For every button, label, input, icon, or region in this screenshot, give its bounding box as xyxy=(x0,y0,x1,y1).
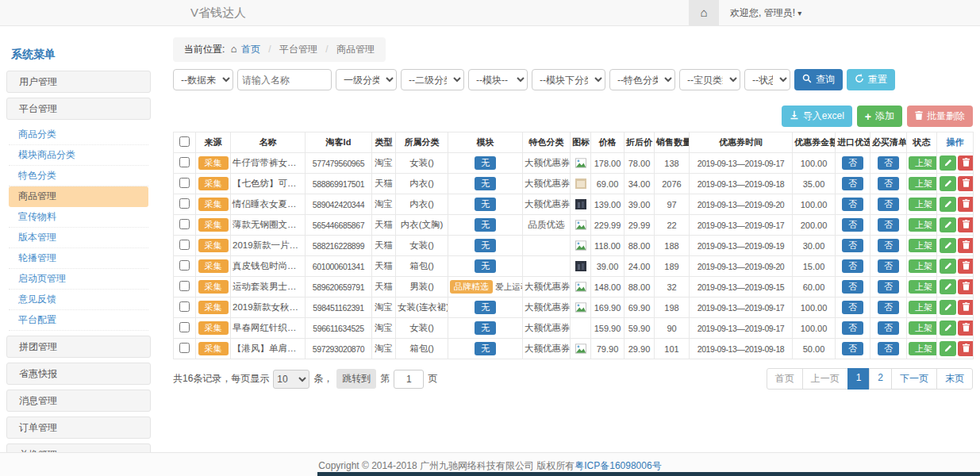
module-select[interactable]: --模块-- xyxy=(468,69,528,90)
sidebar-item-pintuan[interactable]: 拼团管理 xyxy=(6,336,151,358)
page-button-1[interactable]: 1 xyxy=(847,368,870,390)
edit-button[interactable] xyxy=(940,321,956,336)
sidebar-subitem-0[interactable]: 商品分类 xyxy=(9,125,148,145)
must-buy-toggle[interactable]: 否 xyxy=(878,301,899,315)
jump-button[interactable]: 跳转到 xyxy=(336,369,376,389)
imported-toggle[interactable]: 否 xyxy=(842,156,863,171)
status-button[interactable]: 上架 xyxy=(909,301,937,315)
imported-toggle[interactable]: 否 xyxy=(842,177,863,191)
row-checkbox[interactable] xyxy=(179,198,190,209)
level1-category-select[interactable]: 一级分类 xyxy=(336,69,397,90)
delete-button[interactable] xyxy=(958,259,974,274)
sidebar-subitem-1[interactable]: 模块商品分类 xyxy=(9,145,148,166)
sidebar-item-users[interactable]: 用户管理 xyxy=(6,71,151,93)
delete-button[interactable] xyxy=(958,217,974,232)
data-source-select[interactable]: --数据来源-- xyxy=(173,69,233,90)
sidebar-subitem-7[interactable]: 启动页管理 xyxy=(9,269,148,290)
must-buy-toggle[interactable]: 否 xyxy=(878,156,899,171)
status-button[interactable]: 上架 xyxy=(909,280,937,294)
edit-button[interactable] xyxy=(940,238,956,253)
row-checkbox[interactable] xyxy=(179,281,190,291)
delete-button[interactable] xyxy=(958,321,974,336)
level2-category-select[interactable]: --二级分类-- xyxy=(401,69,464,90)
row-checkbox[interactable] xyxy=(179,157,190,167)
edit-button[interactable] xyxy=(940,341,956,356)
must-buy-toggle[interactable]: 否 xyxy=(878,280,899,294)
must-buy-toggle[interactable]: 否 xyxy=(878,321,899,336)
row-checkbox[interactable] xyxy=(179,343,190,353)
sidebar-subitem-4[interactable]: 宣传物料 xyxy=(9,207,148,228)
row-checkbox[interactable] xyxy=(179,178,190,188)
row-checkbox[interactable] xyxy=(179,260,190,271)
module-sub-select[interactable]: --模块下分类-- xyxy=(532,69,605,90)
sidebar-subitem-2[interactable]: 特色分类 xyxy=(9,166,148,186)
page-button-上一页[interactable]: 上一页 xyxy=(802,368,848,390)
status-button[interactable]: 上架 xyxy=(909,177,937,191)
must-buy-toggle[interactable]: 否 xyxy=(878,198,899,212)
row-checkbox[interactable] xyxy=(179,240,190,250)
import-excel-button[interactable]: 导入excel xyxy=(782,106,852,127)
add-button[interactable]: + 添加 xyxy=(857,106,902,127)
home-icon[interactable]: ⌂ xyxy=(689,0,719,25)
sidebar-subitem-5[interactable]: 版本管理 xyxy=(9,228,148,248)
imported-toggle[interactable]: 否 xyxy=(842,321,863,336)
sidebar-subitem-9[interactable]: 平台配置 xyxy=(9,310,148,331)
row-checkbox[interactable] xyxy=(179,301,190,312)
edit-button[interactable] xyxy=(940,279,956,294)
imported-toggle[interactable]: 否 xyxy=(842,301,863,315)
sidebar-item-exchange[interactable]: 兑换管理 xyxy=(6,443,151,452)
page-button-末页[interactable]: 末页 xyxy=(936,368,973,390)
item-type-select[interactable]: --宝贝类型-- xyxy=(679,69,740,90)
status-button[interactable]: 上架 xyxy=(909,156,937,171)
page-button-下一页[interactable]: 下一页 xyxy=(891,368,937,390)
delete-button[interactable] xyxy=(958,155,974,171)
reset-button[interactable]: 重置 xyxy=(847,69,895,90)
imported-toggle[interactable]: 否 xyxy=(842,239,863,253)
status-button[interactable]: 上架 xyxy=(909,321,937,336)
user-menu[interactable]: 欢迎您, 管理员! ▾ xyxy=(719,0,813,25)
name-input[interactable] xyxy=(237,69,332,90)
feature-category-select[interactable]: --特色分类-- xyxy=(609,69,675,90)
batch-delete-button[interactable]: 批量删除 xyxy=(907,106,973,127)
select-all-checkbox[interactable] xyxy=(179,136,190,147)
delete-button[interactable] xyxy=(958,341,974,356)
delete-button[interactable] xyxy=(958,197,974,212)
delete-button[interactable] xyxy=(958,176,974,191)
row-checkbox[interactable] xyxy=(179,219,190,229)
must-buy-toggle[interactable]: 否 xyxy=(878,239,899,253)
status-button[interactable]: 上架 xyxy=(909,198,937,212)
status-button[interactable]: 上架 xyxy=(909,342,937,356)
status-button[interactable]: 上架 xyxy=(909,239,937,253)
delete-button[interactable] xyxy=(958,300,974,315)
page-button-2[interactable]: 2 xyxy=(869,368,892,390)
edit-button[interactable] xyxy=(940,217,956,232)
status-button[interactable]: 上架 xyxy=(909,218,937,232)
row-checkbox[interactable] xyxy=(179,322,190,332)
must-buy-toggle[interactable]: 否 xyxy=(878,177,899,191)
search-button[interactable]: 查询 xyxy=(794,69,843,90)
delete-button[interactable] xyxy=(958,238,974,253)
edit-button[interactable] xyxy=(940,197,956,212)
must-buy-toggle[interactable]: 否 xyxy=(878,218,899,232)
edit-button[interactable] xyxy=(940,259,956,274)
status-button[interactable]: 上架 xyxy=(909,259,937,274)
must-buy-toggle[interactable]: 否 xyxy=(878,259,899,274)
per-page-select[interactable]: 10 xyxy=(273,370,309,389)
sidebar-subitem-6[interactable]: 轮播管理 xyxy=(9,248,148,269)
sidebar-item-orders[interactable]: 订单管理 xyxy=(6,416,151,439)
imported-toggle[interactable]: 否 xyxy=(842,280,863,294)
page-number-input[interactable] xyxy=(394,370,424,389)
edit-button[interactable] xyxy=(940,155,956,171)
edit-button[interactable] xyxy=(940,176,956,191)
imported-toggle[interactable]: 否 xyxy=(842,218,863,232)
status-select[interactable]: --状态-- xyxy=(744,69,790,90)
breadcrumb-home-link[interactable]: 首页 xyxy=(241,44,260,55)
imported-toggle[interactable]: 否 xyxy=(842,198,863,212)
sidebar-subitem-3[interactable]: 商品管理 xyxy=(9,186,148,207)
imported-toggle[interactable]: 否 xyxy=(842,342,863,356)
sidebar-subitem-8[interactable]: 意见反馈 xyxy=(9,290,148,310)
page-button-首页[interactable]: 首页 xyxy=(767,368,803,390)
icp-link[interactable]: 粤ICP备16098006号 xyxy=(575,460,661,471)
sidebar-item-express[interactable]: 省惠快报 xyxy=(6,363,151,385)
sidebar-item-messages[interactable]: 消息管理 xyxy=(6,390,151,412)
